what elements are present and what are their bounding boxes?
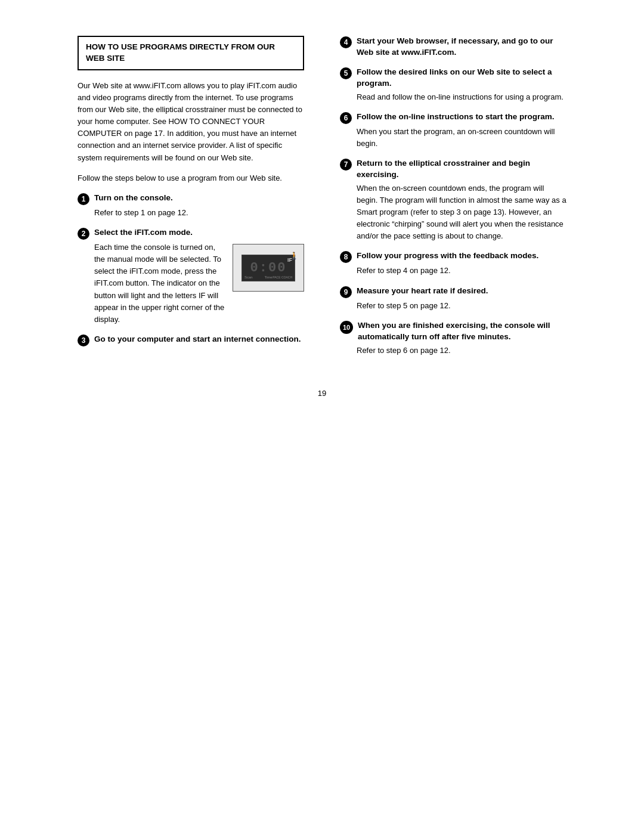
step-8-body: Refer to step 4 on page 12. — [357, 265, 566, 277]
time-label: Time — [264, 275, 272, 279]
step-2-header: 2 Select the iFIT.com mode. — [78, 227, 304, 240]
step-1-number: 1 — [78, 193, 89, 205]
step-10-number: 10 — [340, 321, 353, 334]
step-3-title: Go to your computer and start an interne… — [94, 334, 301, 345]
step-7-title: Return to the elliptical crosstrainer an… — [357, 158, 566, 181]
step-5-number: 5 — [340, 67, 352, 79]
right-column: 4 Start your Web browser, if necessary, … — [334, 36, 566, 365]
step-3-header: 3 Go to your computer and start an inter… — [78, 334, 304, 346]
step-6-number: 6 — [340, 112, 352, 124]
step-2-title: Select the iFIT.com mode. — [94, 227, 193, 239]
step-2-body-block: Each time the console is turned on, the … — [94, 241, 304, 326]
step-9-title: Measure your heart rate if desired. — [357, 286, 488, 297]
step-5-title: Follow the desired links on our Web site… — [357, 67, 566, 89]
step-6-body: When you start the program, an on-screen… — [357, 126, 566, 150]
step-9-header: 9 Measure your heart rate if desired. — [340, 286, 566, 298]
figure-silhouette: 🚶 — [290, 252, 299, 260]
step-8-number: 8 — [340, 251, 352, 263]
step-7-header: 7 Return to the elliptical crosstrainer … — [340, 158, 566, 181]
section-header-box: HOW TO USE PROGRAMS DIRECTLY FROM OUR WE… — [78, 36, 304, 70]
page: HOW TO USE PROGRAMS DIRECTLY FROM OUR WE… — [54, 0, 590, 445]
step-10-title: When you are finished exercising, the co… — [358, 320, 566, 343]
step-5-body: Read and follow the on-line instructions… — [357, 91, 566, 103]
intro-paragraph-2: Follow the steps below to use a program … — [78, 172, 304, 184]
step-2-number: 2 — [78, 228, 89, 240]
step-1-header: 1 Turn on the console. — [78, 193, 304, 205]
pace-coach-label: PACE COACH — [273, 275, 292, 279]
step-10-header: 10 When you are finished exercising, the… — [340, 320, 566, 343]
step-6-title: Follow the on-line instructions to start… — [357, 112, 555, 123]
step-10-body: Refer to step 6 on page 12. — [357, 345, 566, 357]
page-number: 19 — [78, 389, 566, 398]
step-4-header: 4 Start your Web browser, if necessary, … — [340, 36, 566, 58]
left-column: HOW TO USE PROGRAMS DIRECTLY FROM OUR WE… — [78, 36, 310, 365]
console-screen: 0:00 IF Scan Time PACE COACH — [242, 255, 295, 281]
section-header-title: HOW TO USE PROGRAMS DIRECTLY FROM OUR WE… — [86, 42, 275, 63]
step-1-title: Turn on the console. — [94, 193, 173, 204]
step-2-body-part1: Each time the console is turned on, the … — [94, 243, 224, 324]
step-4-number: 4 — [340, 36, 352, 48]
step-9-body: Refer to step 5 on page 12. — [357, 300, 566, 312]
step-1-body: Refer to step 1 on page 12. — [94, 207, 304, 219]
step-9-number: 9 — [340, 286, 352, 298]
scan-label: Scan — [244, 275, 253, 279]
step-2-text: Each time the console is turned on, the … — [94, 241, 227, 326]
step-7-body: When the on-screen countdown ends, the p… — [357, 182, 566, 243]
step-8-title: Follow your progress with the feedback m… — [357, 250, 538, 262]
intro-paragraph-1: Our Web site at www.iFIT.com allows you … — [78, 80, 304, 164]
console-display-image: 0:00 IF Scan Time PACE COACH 🚶 — [233, 244, 304, 292]
step-7-number: 7 — [340, 159, 352, 171]
digit-readout: 0:00 — [250, 261, 287, 275]
step-8-header: 8 Follow your progress with the feedback… — [340, 250, 566, 263]
step-5-header: 5 Follow the desired links on our Web si… — [340, 67, 566, 89]
step-2-with-image: Each time the console is turned on, the … — [94, 241, 304, 326]
step-4-title: Start your Web browser, if necessary, an… — [357, 36, 566, 58]
step-6-header: 6 Follow the on-line instructions to sta… — [340, 112, 566, 124]
step-3-number: 3 — [78, 335, 89, 346]
